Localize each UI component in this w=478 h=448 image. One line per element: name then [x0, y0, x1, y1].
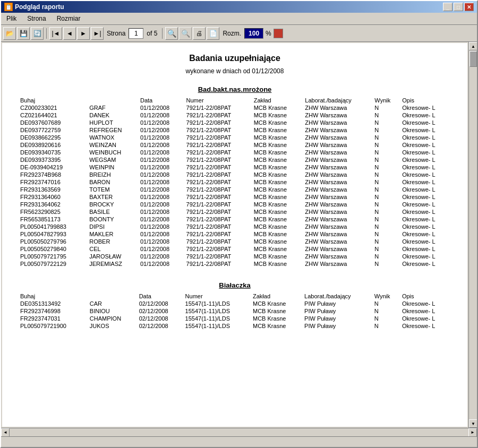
table-cell: 7921/1-22/08PAT: [184, 216, 252, 223]
first-page-button[interactable]: |◄: [49, 27, 62, 40]
table-cell: Okresowe- L: [400, 163, 451, 171]
minimize-button[interactable]: _: [443, 3, 453, 11]
scroll-down-button[interactable]: ▼: [469, 419, 477, 428]
table-cell: MCB Krasne: [252, 119, 303, 126]
table-cell: MCB Krasne: [252, 163, 303, 171]
table-cell: Okresowe- L: [400, 238, 451, 245]
table-cell: N: [372, 134, 400, 141]
table-cell: Okresowe- L: [400, 230, 451, 238]
scroll-left-button[interactable]: ◄: [1, 428, 10, 437]
table-cell: ZHW Warszawa: [303, 238, 372, 245]
table-cell: 01/12/2008: [138, 208, 184, 216]
table-cell: BASILE: [87, 208, 138, 216]
table-row: DE0937607689HUPLOT01/12/20087921/1-22/08…: [18, 119, 451, 126]
print-button[interactable]: 🖨: [193, 27, 206, 40]
table-cell: MCB Krasne: [252, 238, 303, 245]
col-laborat-1: Laborat./badający: [303, 97, 372, 104]
section1-header-row: Buhaj Data Numer Zakład Laborat./badając…: [18, 97, 451, 104]
table-cell: 01/12/2008: [138, 149, 184, 156]
report-container[interactable]: Badania uzupełniające wykonane w dniach …: [2, 43, 467, 427]
table-row: DE-0939404219WEINPIN01/12/20087921/1-22/…: [18, 163, 451, 171]
table-cell: 01/12/2008: [138, 238, 184, 245]
table-cell: 01/12/2008: [138, 230, 184, 238]
table-cell: MCB Krasne: [252, 104, 303, 111]
next-page-button[interactable]: ►: [77, 27, 90, 40]
table-cell: 7921/1-22/08PAT: [184, 141, 252, 149]
section2-header-row: Buhaj Data Numer Zakład Laborat./badając…: [18, 292, 451, 300]
close-button[interactable]: ✕: [464, 3, 474, 11]
toolbar-btn-2[interactable]: 💾: [17, 27, 30, 40]
col-data-1: Data: [138, 97, 184, 104]
zoom-in-button[interactable]: 🔍: [165, 27, 178, 40]
table-cell: ZHW Warszawa: [303, 171, 372, 178]
bottom-scrollbar[interactable]: ◄ ►: [1, 428, 477, 436]
table-cell: ZHW Warszawa: [303, 178, 372, 186]
table-cell: BINIOU: [88, 307, 137, 315]
scrollbar-right[interactable]: ▲ ▼: [468, 42, 477, 428]
toolbar-btn-1[interactable]: 📂: [3, 27, 16, 40]
menu-rozmiar[interactable]: Rozmiar: [54, 14, 84, 23]
menu-strona[interactable]: Strona: [24, 14, 49, 23]
page-of: of 5: [147, 30, 157, 37]
table-cell: N: [372, 230, 400, 238]
table-cell: Okresowe- L: [400, 111, 451, 119]
table-cell: 7921/1-22/08PAT: [184, 238, 252, 245]
table-cell: 7921/1-22/08PAT: [184, 119, 252, 126]
table-cell: FR2931364060: [18, 193, 87, 201]
section1-title: Bad.bakt.nas.mrożone: [18, 85, 451, 93]
scroll-thumb-right[interactable]: [470, 51, 477, 67]
maximize-button[interactable]: □: [454, 3, 463, 11]
scroll-track-right[interactable]: [469, 50, 477, 419]
table-cell: 01/12/2008: [138, 223, 184, 230]
table-cell: ROBER: [87, 238, 138, 245]
col-numer-1: Numer: [184, 97, 252, 104]
table-cell: DE0937607689: [18, 119, 87, 126]
table-cell: 01/12/2008: [138, 216, 184, 223]
table-cell: N: [372, 149, 400, 156]
section2-title: Białaczka: [18, 281, 451, 289]
zoom-out-button[interactable]: 🔍: [179, 27, 192, 40]
table-cell: Okresowe- L: [400, 216, 451, 223]
menu-bar: Plik Strona Rozmiar: [1, 13, 477, 25]
table-cell: WEGSAM: [87, 156, 138, 163]
table-cell: 01/12/2008: [138, 245, 184, 253]
table-cell: BAXTER: [87, 193, 138, 201]
rozm-label: Rozm.: [223, 30, 241, 37]
table-cell: 7921/1-22/08PAT: [184, 178, 252, 186]
table-cell: 7921/1-22/08PAT: [184, 230, 252, 238]
table-cell: PIW Puławy: [302, 322, 372, 330]
zoom-input[interactable]: [244, 28, 263, 39]
table-cell: N: [372, 208, 400, 216]
table-cell: BROCKY: [87, 201, 138, 208]
table-cell: N: [372, 253, 400, 260]
table-cell: BOONTY: [87, 216, 138, 223]
table-cell: PIW Puławy: [302, 315, 372, 322]
main-window: 📋 Podgląd raportu _ □ ✕ Plik Strona Rozm…: [0, 0, 478, 448]
title-bar-left: 📋 Podgląd raportu: [4, 3, 64, 11]
table-cell: PL005047827993: [18, 230, 87, 238]
table-cell: ZHW Warszawa: [303, 253, 372, 260]
table-cell: HUPLOT: [87, 119, 138, 126]
section2-body: DE0351313492CAR02/12/200815547(1-11)/LDS…: [18, 300, 451, 330]
export-button[interactable]: 📄: [207, 27, 219, 40]
scroll-right-button[interactable]: ►: [468, 428, 477, 437]
table-cell: N: [372, 201, 400, 208]
table-row: DE0938662295WATNOX01/12/20087921/1-22/08…: [18, 134, 451, 141]
scroll-up-button[interactable]: ▲: [469, 42, 477, 50]
table-cell: N: [372, 111, 400, 119]
menu-plik[interactable]: Plik: [3, 14, 20, 23]
table-cell: Okresowe- L: [400, 245, 451, 253]
table-row: FR5653851173BOONTY01/12/20087921/1-22/08…: [18, 216, 451, 223]
prev-page-button[interactable]: ◄: [63, 27, 76, 40]
table-cell: ZHW Warszawa: [303, 149, 372, 156]
page-input[interactable]: [129, 28, 143, 39]
table-cell: 7921/1-22/08PAT: [184, 186, 252, 193]
table-cell: MCB Krasne: [252, 201, 303, 208]
table-cell: N: [372, 260, 400, 268]
last-page-button[interactable]: ►|: [91, 27, 104, 40]
table-cell: CEL: [87, 245, 138, 253]
table-cell: 7921/1-22/08PAT: [184, 111, 252, 119]
toolbar-btn-3[interactable]: 🔄: [31, 27, 44, 40]
stop-button[interactable]: [274, 29, 283, 38]
separator-2: [162, 28, 163, 39]
